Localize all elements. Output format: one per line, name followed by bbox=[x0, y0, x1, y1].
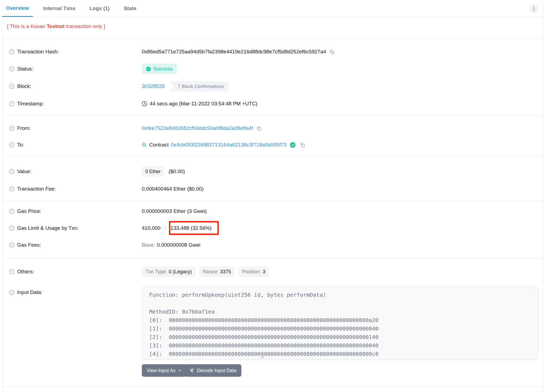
copy-icon[interactable] bbox=[329, 49, 334, 54]
row-gas-fees: ? Gas Fees: Base: 0.000000008 Gwei bbox=[9, 240, 536, 250]
gas-fees-base-value: 0.000000008 Gwei bbox=[157, 242, 201, 248]
help-icon[interactable]: ? bbox=[9, 101, 14, 106]
row-block: ? Block: 30328535 7 Block Confirmations bbox=[9, 81, 536, 92]
row-label: Transaction Hash: bbox=[17, 49, 59, 55]
row-value: ? Value: 0 Ether ($0.00) bbox=[9, 166, 536, 177]
svg-text:?: ? bbox=[11, 243, 13, 247]
transaction-hash-value: 0x86ed5a771e725aa94d5b7fa2398e4419e216d8… bbox=[142, 49, 326, 55]
svg-text:?: ? bbox=[11, 143, 13, 146]
gas-fees-base-label: Base: bbox=[142, 242, 155, 248]
help-icon[interactable]: ? bbox=[9, 269, 14, 274]
copy-icon[interactable] bbox=[300, 142, 305, 148]
row-label: From: bbox=[17, 125, 31, 131]
row-label: Input Data: bbox=[17, 289, 42, 295]
help-icon[interactable]: ? bbox=[9, 84, 14, 89]
from-address-link[interactable]: 0xfee7522e8482682cf50ddc50a0f8da2a39effa… bbox=[142, 125, 253, 131]
txn-type-value: 0 (Legacy) bbox=[169, 269, 192, 274]
svg-text:?: ? bbox=[11, 210, 13, 213]
divider bbox=[2, 386, 543, 387]
transaction-overview-page: Overview Internal Txns Logs (1) State [ … bbox=[0, 0, 544, 392]
value-separator: | bbox=[165, 225, 166, 231]
row-timestamp: ? Timestamp: 44 secs ago (Mar-11-2022 03… bbox=[9, 98, 536, 109]
divider bbox=[2, 115, 543, 115]
divider bbox=[2, 258, 543, 258]
svg-text:?: ? bbox=[11, 170, 13, 173]
help-icon[interactable]: ? bbox=[9, 242, 14, 248]
position-badge: Position:3 bbox=[238, 267, 269, 277]
row-transaction-hash: ? Transaction Hash: 0x86ed5a771e725aa94d… bbox=[9, 46, 536, 57]
help-icon[interactable]: ? bbox=[9, 290, 14, 295]
help-icon[interactable]: ? bbox=[9, 225, 14, 231]
divider bbox=[2, 39, 543, 39]
block-confirmations-badge: 7 Block Confirmations bbox=[169, 81, 229, 92]
row-gas-price: ? Gas Price: 0.000000003 Ether (3 Gwei) bbox=[9, 206, 536, 217]
row-label: Transaction Fee: bbox=[17, 186, 56, 192]
value-usd: ($0.00) bbox=[168, 169, 185, 174]
row-others: ? Others: Txn Type:0 (Legacy) Nonce:3375… bbox=[9, 266, 536, 277]
row-label: Gas Price: bbox=[17, 208, 41, 214]
svg-text:?: ? bbox=[11, 270, 13, 273]
row-label: Gas Fees: bbox=[17, 242, 41, 248]
txn-type-label: Txn Type: bbox=[146, 269, 167, 274]
zoom-in-icon[interactable] bbox=[142, 142, 147, 148]
gas-price-value: 0.000000003 Ether (3 Gwei) bbox=[142, 208, 207, 214]
tab-state[interactable]: State bbox=[120, 0, 140, 17]
chevron-down-icon bbox=[178, 369, 182, 372]
card-right-border bbox=[543, 0, 543, 392]
nonce-label: Nonce: bbox=[203, 269, 219, 274]
row-label: Status: bbox=[17, 66, 33, 72]
nonce-value: 3375 bbox=[220, 269, 231, 274]
svg-text:?: ? bbox=[11, 85, 13, 88]
view-input-as-button[interactable]: View Input As bbox=[142, 364, 186, 377]
input-data-content: Function: performUpkeep(uint256 id, byte… bbox=[149, 291, 532, 360]
help-icon[interactable]: ? bbox=[9, 169, 14, 174]
help-icon[interactable]: ? bbox=[9, 142, 14, 148]
value-ether-badge: 0 Ether bbox=[142, 167, 164, 177]
row-label: Block: bbox=[17, 83, 31, 89]
copy-icon[interactable] bbox=[256, 126, 262, 131]
status-text: Success bbox=[153, 66, 173, 72]
more-options-button[interactable] bbox=[530, 4, 538, 13]
position-label: Position: bbox=[242, 269, 261, 274]
view-input-as-label: View Input As bbox=[147, 368, 176, 373]
tab-overview[interactable]: Overview bbox=[2, 0, 33, 17]
row-label: To: bbox=[17, 142, 24, 148]
help-icon[interactable]: ? bbox=[9, 209, 14, 214]
card-left-border bbox=[2, 0, 2, 392]
clock-icon bbox=[142, 101, 147, 106]
nonce-badge: Nonce:3375 bbox=[199, 267, 235, 277]
row-transaction-fee: ? Transaction Fee: 0.000400464 Ether ($0… bbox=[9, 183, 536, 194]
testnet-notice-prefix: [ This is a Kovan bbox=[7, 23, 47, 29]
svg-text:?: ? bbox=[11, 50, 13, 53]
help-icon[interactable]: ? bbox=[9, 66, 14, 72]
row-from: ? From: 0xfee7522e8482682cf50ddc50a0f8da… bbox=[9, 123, 536, 134]
input-data-textarea[interactable]: Function: performUpkeep(uint256 id, byte… bbox=[142, 287, 538, 360]
timestamp-value: 44 secs ago (Mar-11-2022 03:54:48 PM +UT… bbox=[150, 101, 257, 107]
svg-text:?: ? bbox=[11, 291, 13, 294]
divider bbox=[2, 157, 543, 157]
tab-internal-txns[interactable]: Internal Txns bbox=[39, 0, 79, 17]
check-circle-icon bbox=[146, 67, 151, 71]
row-label: Value: bbox=[17, 169, 31, 174]
row-label: Timestamp: bbox=[17, 101, 44, 107]
position-value: 3 bbox=[263, 269, 265, 274]
block-number-link[interactable]: 30328535 bbox=[142, 83, 165, 89]
txn-type-badge: Txn Type:0 (Legacy) bbox=[142, 267, 196, 277]
help-icon[interactable]: ? bbox=[9, 186, 14, 192]
gas-usage-value: 133,488 (32.56%) bbox=[171, 225, 212, 231]
testnet-notice-suffix: transaction only ] bbox=[65, 23, 105, 29]
status-badge: Success bbox=[142, 64, 177, 74]
row-label: Others: bbox=[17, 269, 34, 275]
testnet-notice: [ This is a Kovan Testnet transaction on… bbox=[7, 23, 105, 29]
gas-limit-value: 410,000 bbox=[142, 225, 161, 231]
decode-icon bbox=[189, 368, 194, 373]
decode-input-data-button[interactable]: Decode Input Data bbox=[185, 364, 241, 377]
testnet-notice-bold: Testnet bbox=[47, 23, 64, 29]
help-icon[interactable]: ? bbox=[9, 125, 14, 131]
divider bbox=[2, 201, 543, 201]
help-icon[interactable]: ? bbox=[9, 49, 14, 54]
row-gas-limit-usage: ? Gas Limit & Usage by Txn: 410,000 | 13… bbox=[9, 223, 536, 234]
row-label: Gas Limit & Usage by Txn: bbox=[17, 225, 79, 231]
tab-logs[interactable]: Logs (1) bbox=[86, 0, 113, 17]
to-address-link[interactable]: 0x4cb093f226983713164a62138c3f718a5b595f… bbox=[171, 142, 287, 148]
